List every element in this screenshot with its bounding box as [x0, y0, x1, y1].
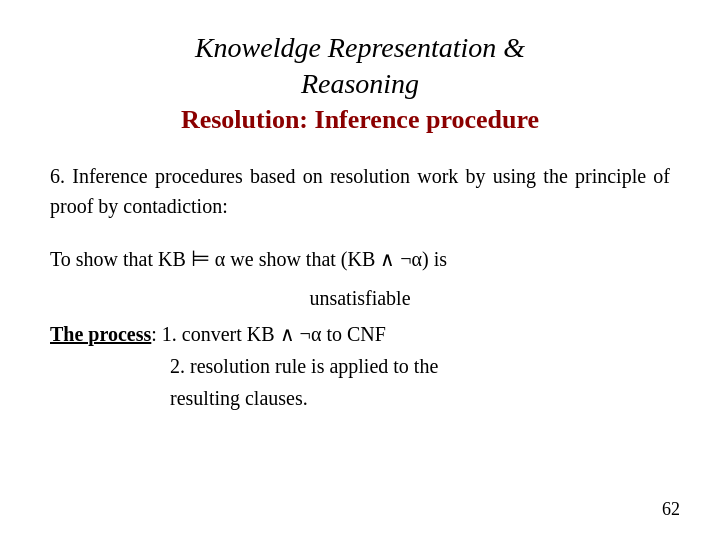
title-italic-line1: Knoweldge Representation & Reasoning: [50, 30, 670, 103]
page-number: 62: [662, 499, 680, 520]
process-line-2: 2. resolution rule is applied to the: [170, 350, 670, 382]
point-6: 6. Inference procedures based on resolut…: [50, 161, 670, 221]
process-line-1: The process: 1. convert KB ∧ ¬α to CNF: [50, 318, 670, 350]
title-text-line1: Knoweldge Representation &: [195, 32, 525, 63]
inference-pre: To show that KB: [50, 248, 191, 270]
content-section: 6. Inference procedures based on resolut…: [50, 161, 670, 414]
inference-post: α we show that (KB ∧ ¬α) is: [210, 248, 447, 270]
title-text-line2: Reasoning: [301, 68, 419, 99]
point-6-text: 6. Inference procedures based on resolut…: [50, 161, 670, 221]
process-colon: : 1. convert KB ∧ ¬α to CNF: [151, 323, 386, 345]
process-indent: 2. resolution rule is applied to the res…: [50, 350, 670, 414]
process-block: The process: 1. convert KB ∧ ¬α to CNF 2…: [50, 318, 670, 414]
inference-block: To show that KB ⊨ α we show that (KB ∧ ¬…: [50, 241, 670, 314]
slide-container: Knoweldge Representation & Reasoning Res…: [0, 0, 720, 540]
process-line-3: resulting clauses.: [170, 382, 670, 414]
process-label: The process: [50, 323, 151, 345]
models-symbol: ⊨: [191, 246, 210, 271]
title-subtitle: Resolution: Inference procedure: [50, 105, 670, 135]
inference-line-2: unsatisfiable: [50, 282, 670, 314]
title-section: Knoweldge Representation & Reasoning Res…: [50, 30, 670, 135]
inference-line-1: To show that KB ⊨ α we show that (KB ∧ ¬…: [50, 241, 670, 276]
